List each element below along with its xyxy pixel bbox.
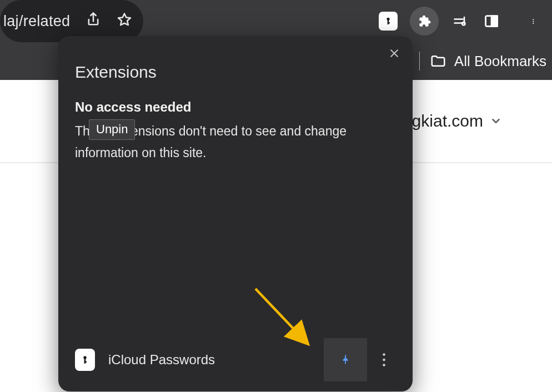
extension-row[interactable]: iCloud Passwords [75, 338, 396, 381]
svg-rect-2 [388, 22, 390, 23]
svg-point-3 [462, 22, 465, 25]
svg-rect-11 [84, 361, 87, 363]
section-heading: No access needed [75, 99, 396, 115]
svg-point-12 [383, 353, 385, 356]
extension-more-icon[interactable] [372, 343, 396, 376]
svg-rect-5 [491, 16, 498, 27]
close-icon[interactable] [386, 45, 403, 62]
all-bookmarks-button[interactable]: All Bookmarks [430, 53, 546, 70]
bookmark-star-icon[interactable] [117, 12, 132, 31]
extension-name: iCloud Passwords [108, 352, 215, 368]
all-bookmarks-label: All Bookmarks [454, 53, 546, 70]
unpin-tooltip: Unpin [89, 119, 135, 140]
side-panel-icon[interactable] [482, 12, 501, 31]
extension-actions [324, 338, 396, 381]
share-icon[interactable] [86, 12, 101, 31]
svg-point-6 [533, 19, 534, 20]
chrome-menu-icon[interactable] [525, 12, 544, 31]
password-manager-icon[interactable] [379, 12, 398, 31]
extension-key-icon [75, 349, 95, 371]
page-domain-label: gkiat.com [412, 112, 483, 130]
media-controls-icon[interactable] [451, 12, 470, 31]
svg-point-13 [383, 359, 385, 361]
svg-point-7 [533, 21, 534, 22]
extensions-popup: Extensions No access needed These extens… [58, 36, 413, 391]
extensions-puzzle-icon[interactable] [410, 7, 439, 36]
svg-point-8 [533, 23, 534, 24]
url-fragment: laj/related [3, 13, 70, 30]
svg-rect-1 [388, 20, 389, 24]
popup-title: Extensions [75, 63, 396, 82]
svg-rect-10 [84, 359, 86, 364]
divider [419, 52, 420, 71]
svg-point-14 [383, 364, 385, 366]
pin-button[interactable] [324, 338, 367, 381]
